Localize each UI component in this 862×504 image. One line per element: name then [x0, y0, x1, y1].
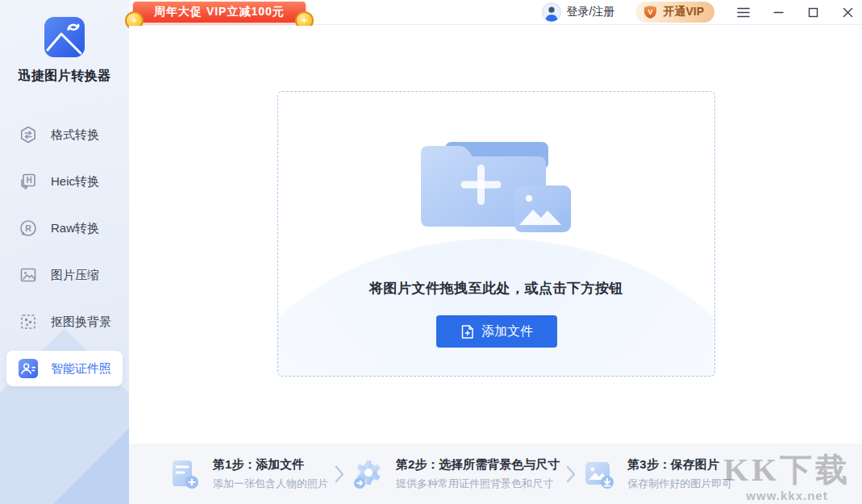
step-subtitle: 提供多种常用证件照背景色和尺寸: [396, 477, 560, 491]
promo-banner[interactable]: ✦ 周年大促 VIP立减100元 ✦: [133, 2, 306, 23]
vip-shield-icon: V: [643, 5, 658, 19]
vip-label: 开通VIP: [663, 5, 704, 19]
watermark-url: www.kkx.net: [715, 489, 859, 502]
chevron-right-icon: [335, 465, 344, 483]
step-2: 第2步：选择所需背景色与尺寸 提供多种常用证件照背景色和尺寸: [351, 457, 560, 491]
step-subtitle: 添加一张包含人物的照片: [213, 477, 328, 491]
step-title: 第3步：保存图片: [627, 457, 732, 473]
vip-button[interactable]: V 开通VIP: [635, 2, 714, 23]
app-window: 迅捷图片转换器 格式转换 H: [0, 0, 862, 504]
step-subtitle: 保存制作好的图片即可: [627, 477, 732, 491]
sidebar-item-id-photo[interactable]: 智能证件照: [6, 351, 123, 386]
hill-decor: [277, 239, 715, 377]
app-title: 迅捷图片转换器: [0, 68, 129, 85]
svg-text:V: V: [648, 8, 653, 16]
app-logo-icon: [44, 16, 85, 58]
sidebar-item-label: 智能证件照: [51, 361, 111, 377]
login-label: 登录/注册: [567, 5, 615, 19]
sidebar-menu: 格式转换 H Heic转换 R: [0, 117, 129, 398]
sidebar-item-cutout-background[interactable]: 抠图换背景: [6, 304, 123, 339]
image-compress-icon: [18, 264, 39, 285]
add-document-icon: [168, 457, 202, 491]
menu-icon: [737, 7, 750, 18]
save-image-icon: [582, 457, 616, 491]
sidebar-item-label: 格式转换: [51, 127, 99, 143]
maximize-button[interactable]: [805, 4, 821, 20]
close-icon: [843, 7, 853, 18]
dropzone[interactable]: 将图片文件拖拽至此处，或点击下方按钮 添加文件: [277, 91, 715, 377]
cutout-background-icon: [18, 311, 39, 332]
sidebar-item-format-convert[interactable]: 格式转换: [6, 117, 123, 152]
step-3: 第3步：保存图片 保存制作好的图片即可: [582, 457, 732, 491]
sidebar-item-label: Raw转换: [51, 221, 99, 236]
watermark: KK下载 www.kkx.net: [715, 448, 859, 502]
login-register-button[interactable]: 登录/注册: [542, 2, 615, 22]
sidebar-item-label: 图片压缩: [51, 268, 99, 283]
sidebar-item-image-compress[interactable]: 图片压缩: [6, 257, 123, 293]
sidebar-item-label: 抠图换背景: [51, 314, 111, 330]
heic-convert-icon: H: [18, 171, 39, 192]
svg-text:R: R: [25, 223, 31, 233]
add-file-button[interactable]: 添加文件: [436, 315, 557, 348]
promo-text: 周年大促 VIP立减100元: [154, 5, 285, 19]
chevron-right-icon: [566, 465, 576, 483]
steps-bar: 第1步：添加文件 添加一张包含人物的照片: [129, 444, 862, 504]
settings-gear-icon: [351, 457, 385, 491]
step-title: 第1步：添加文件: [213, 457, 328, 473]
sidebar-item-heic-convert[interactable]: H Heic转换: [6, 164, 123, 199]
header: ✦ 周年大促 VIP立减100元 ✦ 登录/注册: [129, 0, 862, 25]
format-convert-icon: [18, 124, 39, 145]
svg-text:H: H: [26, 176, 31, 185]
main-content: 将图片文件拖拽至此处，或点击下方按钮 添加文件: [129, 26, 862, 444]
avatar-icon: [542, 2, 561, 22]
close-button[interactable]: [839, 4, 856, 20]
step-title: 第2步：选择所需背景色与尺寸: [396, 457, 560, 473]
menu-button[interactable]: [735, 4, 752, 20]
add-folder-illustration: [411, 134, 582, 245]
sidebar-item-label: Heic转换: [51, 174, 99, 190]
step-1: 第1步：添加文件 添加一张包含人物的照片: [168, 457, 328, 491]
add-file-icon: [460, 324, 475, 339]
raw-convert-icon: R: [18, 218, 39, 239]
maximize-icon: [808, 7, 818, 18]
add-file-label: 添加文件: [481, 323, 533, 340]
dropzone-hint: 将图片文件拖拽至此处，或点击下方按钮: [278, 279, 714, 298]
minimize-button[interactable]: [770, 4, 786, 20]
id-photo-icon: [18, 358, 39, 379]
watermark-title: KK下载: [715, 448, 859, 492]
sidebar-item-raw-convert[interactable]: R Raw转换: [6, 210, 123, 246]
minimize-icon: [773, 7, 784, 18]
sidebar: 迅捷图片转换器 格式转换 H: [0, 0, 129, 504]
